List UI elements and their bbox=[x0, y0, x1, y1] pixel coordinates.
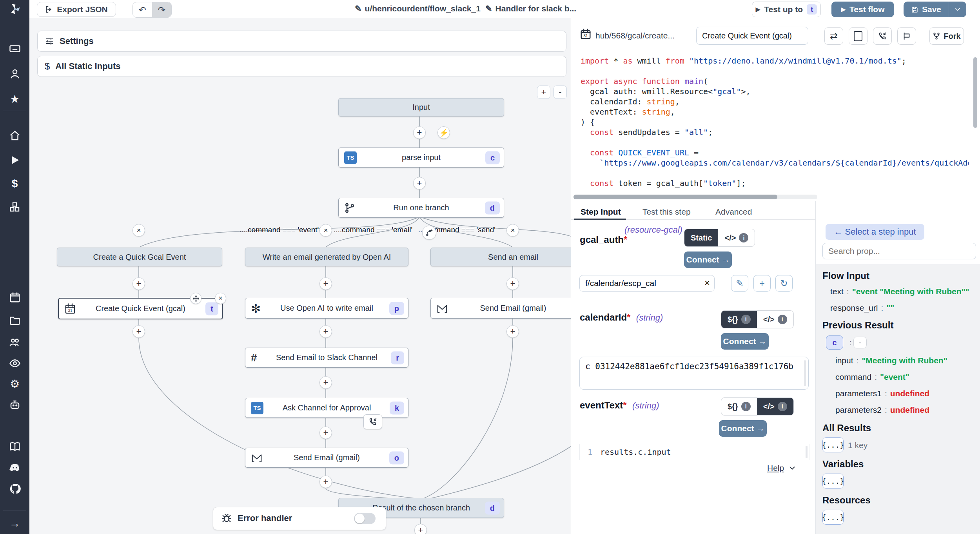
step-id-chip[interactable]: c bbox=[826, 335, 843, 350]
folders-icon[interactable] bbox=[7, 313, 23, 327]
discord-icon[interactable] bbox=[7, 461, 23, 475]
prop-row[interactable]: response_url:"" bbox=[830, 303, 894, 313]
step-node-send-email-slack[interactable]: # Send Email to Slack Channel r bbox=[245, 348, 408, 368]
add-step-button[interactable]: + bbox=[132, 325, 145, 338]
help-link[interactable]: Help bbox=[767, 463, 797, 473]
save-dropdown-button[interactable] bbox=[949, 2, 966, 17]
flow-canvas[interactable]: Settings $ All Static Inputs + - Input +… bbox=[29, 18, 571, 534]
prop-row[interactable]: input:"Meeting with Ruben" bbox=[835, 356, 947, 365]
javascript-mode-button[interactable]: </>i bbox=[757, 398, 793, 415]
prop-row[interactable]: parameters2:undefined bbox=[835, 405, 929, 415]
remove-branch-button[interactable]: × bbox=[506, 224, 519, 237]
edit-resource-button[interactable]: ✎ bbox=[731, 275, 748, 292]
collapse-arrow-icon[interactable]: → bbox=[7, 516, 23, 530]
resources-object-chip[interactable]: {...} bbox=[822, 510, 844, 525]
keyboard-icon[interactable] bbox=[7, 42, 23, 56]
javascript-mode-button[interactable]: </>i bbox=[757, 311, 793, 328]
prop-row[interactable]: parameters1:undefined bbox=[835, 389, 929, 398]
step-name-input[interactable] bbox=[696, 27, 808, 45]
remove-branch-button[interactable]: × bbox=[319, 224, 332, 237]
add-branch-button[interactable] bbox=[422, 226, 436, 240]
resources-cubes-icon[interactable] bbox=[7, 200, 23, 214]
add-step-button[interactable]: + bbox=[132, 277, 145, 290]
save-button[interactable]: Save bbox=[904, 2, 949, 17]
suspend-button[interactable] bbox=[873, 27, 892, 45]
undo-button[interactable]: ↶ bbox=[133, 2, 152, 17]
flow-title-crumb[interactable]: ✎ Handler for slack b... bbox=[485, 4, 576, 13]
audit-eye-icon[interactable] bbox=[7, 356, 23, 370]
export-json-button[interactable]: Export JSON bbox=[37, 2, 116, 17]
add-step-button[interactable]: + bbox=[319, 325, 332, 338]
flow-settings-bar[interactable]: Settings bbox=[37, 31, 566, 52]
add-step-button[interactable]: + bbox=[319, 376, 332, 389]
static-mode-button[interactable]: Static bbox=[684, 229, 718, 246]
user-icon[interactable] bbox=[7, 67, 23, 81]
template-mode-button[interactable]: ${}i bbox=[721, 311, 757, 328]
prop-row[interactable]: command:"event" bbox=[835, 372, 909, 382]
code-vscrollbar[interactable] bbox=[973, 57, 977, 128]
add-step-button[interactable]: + bbox=[413, 126, 426, 139]
step-node-parse-input[interactable]: TS parse input c bbox=[338, 148, 504, 168]
github-icon[interactable] bbox=[7, 482, 23, 496]
error-handler-card[interactable]: Error handler bbox=[213, 507, 386, 530]
step-node-run-one-branch[interactable]: Run one branch d bbox=[338, 198, 504, 218]
move-step-button[interactable] bbox=[190, 293, 201, 304]
delete-step-button[interactable]: × bbox=[215, 293, 226, 304]
test-up-to-button[interactable]: ▶ Test up to t bbox=[752, 2, 821, 17]
info-icon[interactable]: i bbox=[778, 315, 787, 324]
branch-summary-node[interactable]: Create a Quick Gcal Event bbox=[57, 248, 222, 266]
runs-play-icon[interactable] bbox=[7, 153, 23, 167]
all-results-object-chip[interactable]: {...} bbox=[822, 437, 844, 452]
refresh-resource-button[interactable]: ↻ bbox=[775, 275, 793, 292]
workers-robot-icon[interactable] bbox=[7, 398, 23, 412]
javascript-mode-button[interactable]: </>i bbox=[718, 229, 755, 246]
info-icon[interactable]: i bbox=[741, 402, 751, 411]
branch-summary-node[interactable]: Write an email generated by Open AI bbox=[245, 248, 408, 266]
prop-row[interactable]: text:"event "Meeting with Ruben"" bbox=[830, 287, 969, 296]
connect-button[interactable]: Connect → bbox=[721, 333, 769, 350]
zoom-out-button[interactable]: - bbox=[554, 86, 567, 99]
search-prop-input[interactable] bbox=[822, 243, 976, 259]
add-resource-button[interactable]: + bbox=[753, 275, 771, 292]
clear-resource-icon[interactable]: × bbox=[704, 277, 710, 288]
event-text-expression-editor[interactable]: 1 results.c.input bbox=[579, 444, 809, 460]
select-step-input-button[interactable]: ← Select a step input bbox=[826, 224, 924, 240]
all-static-inputs-bar[interactable]: $ All Static Inputs bbox=[37, 56, 566, 77]
info-icon[interactable]: i bbox=[741, 315, 751, 324]
tab-test-this-step[interactable]: Test this step bbox=[642, 204, 691, 219]
add-step-button[interactable]: + bbox=[319, 277, 332, 290]
info-icon[interactable]: i bbox=[739, 233, 748, 242]
variables-object-chip[interactable]: {...} bbox=[822, 474, 844, 488]
schedules-calendar-icon[interactable] bbox=[7, 290, 23, 304]
hub-script-path[interactable]: hub/568/gcal/create... bbox=[595, 31, 675, 40]
swap-script-button[interactable]: ⇄ bbox=[824, 27, 843, 45]
connect-button[interactable]: Connect → bbox=[684, 252, 732, 268]
settings-gear-icon[interactable]: ⚙ bbox=[7, 377, 23, 391]
step-node-send-email-gmail[interactable]: Send Email (gmail) o bbox=[245, 448, 408, 468]
add-step-button[interactable]: + bbox=[414, 524, 427, 534]
step-node-ask-channel-approval[interactable]: TS Ask Channel for Approval k bbox=[245, 398, 408, 418]
variables-dollar-icon[interactable]: $ bbox=[7, 177, 23, 191]
connect-button[interactable]: Connect → bbox=[719, 420, 767, 437]
flow-input-node[interactable]: Input bbox=[338, 98, 504, 117]
test-flow-button[interactable]: ▶ Test flow bbox=[831, 2, 894, 17]
remove-branch-button[interactable]: × bbox=[132, 224, 145, 237]
trigger-lightning-icon[interactable]: ⚡ bbox=[437, 126, 450, 139]
step-node-send-email-gmail[interactable]: Send Email (gmail) bbox=[430, 298, 571, 319]
calendar-id-input[interactable]: c_0312442e881ae6fcf1dec23f54916a389f1c17… bbox=[579, 357, 809, 390]
breadcrumb[interactable]: ✎ u/henricourdent/flow_slack_1 bbox=[355, 4, 481, 13]
docs-book-icon[interactable] bbox=[7, 439, 23, 454]
tab-step-input[interactable]: Step Input bbox=[581, 204, 621, 219]
add-step-button[interactable]: + bbox=[319, 426, 332, 439]
sleep-button[interactable] bbox=[897, 27, 916, 45]
redo-button[interactable]: ↷ bbox=[152, 2, 171, 17]
add-step-button[interactable]: + bbox=[413, 177, 426, 190]
home-icon[interactable] bbox=[7, 129, 23, 143]
info-icon[interactable]: i bbox=[778, 402, 787, 411]
resource-path-input[interactable] bbox=[579, 275, 715, 292]
box-button[interactable] bbox=[849, 27, 867, 45]
collapse-chip[interactable]: - bbox=[853, 337, 867, 348]
code-hscrollbar[interactable] bbox=[573, 195, 817, 199]
groups-users-icon[interactable] bbox=[7, 335, 23, 349]
star-icon[interactable]: ★ bbox=[7, 92, 23, 106]
